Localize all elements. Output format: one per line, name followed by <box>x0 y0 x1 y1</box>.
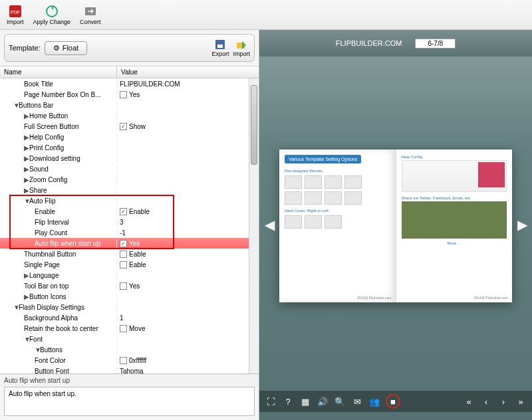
property-value[interactable]: 1 <box>117 314 259 322</box>
property-row[interactable]: ▶Language <box>0 270 259 280</box>
import-button[interactable]: PDF Import <box>4 3 27 27</box>
col-name[interactable]: Name <box>0 66 117 78</box>
thumbnails-icon[interactable]: ▦ <box>299 395 311 407</box>
property-value[interactable]: ✓Yes <box>117 240 259 247</box>
property-row[interactable]: Full Screen Button✓Show <box>0 121 259 132</box>
checkbox-icon[interactable]: ✓ <box>120 208 127 215</box>
disclosure-triangle-icon[interactable]: ▶ <box>24 293 29 300</box>
property-row[interactable]: ▶Print Config <box>0 142 259 153</box>
disclosure-triangle-icon[interactable]: ▶ <box>24 176 29 183</box>
property-name: Thumbnail Button <box>0 251 117 258</box>
property-row[interactable]: Font Color0xffffff <box>0 355 259 366</box>
zoom-icon[interactable]: 🔍 <box>334 395 346 407</box>
scrollbar-thumb[interactable] <box>251 85 257 165</box>
checkbox-icon[interactable]: ✓ <box>120 123 127 130</box>
apply-change-button[interactable]: Apply Change <box>31 3 74 27</box>
property-row[interactable]: Play Count-1 <box>0 227 259 238</box>
disclosure-triangle-icon[interactable]: ▶ <box>24 272 29 279</box>
property-name: Flip Interval <box>0 219 117 226</box>
property-row[interactable]: Single PageEable <box>0 259 259 270</box>
import-template-button[interactable]: Import <box>233 39 250 57</box>
property-row[interactable]: ▶Button Icons <box>0 291 259 302</box>
next-icon[interactable]: › <box>497 395 509 407</box>
property-row[interactable]: Button FontTahoma <box>0 366 259 373</box>
property-grid[interactable]: Book TitleFLIPBUILDER.COMPage Number Box… <box>0 78 259 373</box>
disclosure-triangle-icon[interactable]: ▶ <box>24 165 29 173</box>
property-value[interactable]: Yes <box>117 282 259 290</box>
checkbox-icon[interactable] <box>120 251 127 258</box>
property-row[interactable]: Thumbnail ButtonEable <box>0 249 259 259</box>
property-name: Book Title <box>0 80 117 88</box>
last-page-icon[interactable]: » <box>515 395 527 407</box>
disclosure-triangle-icon[interactable]: ▼ <box>13 102 19 109</box>
col-value[interactable]: Value <box>117 66 259 78</box>
prev-page-arrow[interactable]: ◀ <box>263 216 275 233</box>
property-value[interactable]: 0xffffff <box>117 357 259 364</box>
property-row[interactable]: ▼Buttons Bar <box>0 100 259 110</box>
property-row[interactable]: Background Alpha1 <box>0 312 259 323</box>
share-icon[interactable]: 👥 <box>368 395 380 407</box>
property-row[interactable]: ▶Sound <box>0 163 259 174</box>
book-preview[interactable]: Various Template Setting Options Pre-des… <box>279 150 512 302</box>
disclosure-triangle-icon[interactable]: ▶ <box>24 144 29 152</box>
property-row[interactable]: Retain the book to centerMove <box>0 323 259 334</box>
property-value[interactable]: Tahoma <box>117 368 259 374</box>
disclosure-triangle-icon[interactable]: ▶ <box>24 187 29 194</box>
sound-icon[interactable]: 🔊 <box>317 395 329 407</box>
checkbox-icon[interactable]: ✓ <box>120 240 127 247</box>
prev-icon[interactable]: ‹ <box>480 395 492 407</box>
property-row[interactable]: Page Number Box On B...Yes <box>0 89 259 100</box>
left-page-heading: Various Template Setting Options <box>285 155 361 163</box>
property-row[interactable]: ▶Help Config <box>0 132 259 142</box>
property-value[interactable]: 3 <box>117 219 259 226</box>
property-row[interactable]: ▶Home Button <box>0 110 259 121</box>
export-button[interactable]: Export <box>211 39 229 57</box>
disclosure-triangle-icon[interactable]: ▼ <box>35 346 40 354</box>
first-page-icon[interactable]: « <box>463 395 475 407</box>
property-name: ▶Zoom Config <box>0 176 117 183</box>
value-text: 3 <box>120 219 124 226</box>
property-row[interactable]: Enable✓Enable <box>0 206 259 217</box>
convert-button[interactable]: Convert <box>77 3 104 27</box>
property-row[interactable]: Tool Bar on topYes <box>0 280 259 291</box>
template-selector[interactable]: ⚙ Float <box>45 41 87 55</box>
property-name: ▶Language <box>0 272 117 279</box>
property-value[interactable]: Eable <box>117 251 259 258</box>
property-row[interactable]: ▼Auto Flip <box>0 195 259 206</box>
disclosure-triangle-icon[interactable]: ▼ <box>24 197 29 205</box>
disclosure-triangle-icon[interactable]: ▼ <box>24 336 29 343</box>
checkbox-icon[interactable] <box>120 261 127 268</box>
disclosure-triangle-icon[interactable]: ▼ <box>13 304 19 311</box>
property-row[interactable]: ▶Zoom Config <box>0 174 259 185</box>
checkbox-icon[interactable] <box>120 357 127 364</box>
property-row[interactable]: ▶Share <box>0 185 259 195</box>
property-row[interactable]: ▶Download setting <box>0 153 259 163</box>
property-row[interactable]: Book TitleFLIPBUILDER.COM <box>0 78 259 89</box>
property-value[interactable]: Move <box>117 325 259 332</box>
property-value[interactable]: Eable <box>117 261 259 268</box>
property-row[interactable]: Auto flip when start up✓Yes <box>0 238 259 249</box>
property-value[interactable]: ✓Show <box>117 123 259 130</box>
page-number-box[interactable]: 6-7/8 <box>415 39 456 49</box>
disclosure-triangle-icon[interactable]: ▶ <box>24 112 29 120</box>
scrollbar[interactable] <box>249 78 259 373</box>
checkbox-icon[interactable] <box>120 282 127 290</box>
disclosure-triangle-icon[interactable]: ▶ <box>24 134 29 141</box>
property-value[interactable]: FLIPBUILDER.COM <box>117 80 259 88</box>
checkbox-icon[interactable] <box>120 325 127 332</box>
checkbox-icon[interactable] <box>120 91 127 98</box>
property-row[interactable]: ▼Buttons <box>0 344 259 355</box>
property-row[interactable]: ▼Font <box>0 334 259 344</box>
property-row[interactable]: ▼Flash Display Settings <box>0 302 259 312</box>
property-value[interactable]: -1 <box>117 229 259 237</box>
property-value[interactable]: ✓Enable <box>117 208 259 215</box>
email-icon[interactable]: ✉ <box>351 395 363 407</box>
next-page-arrow[interactable]: ▶ <box>516 216 528 233</box>
stop-autoflip-icon[interactable]: ■ <box>386 394 400 409</box>
help-icon[interactable]: ? <box>282 395 294 407</box>
property-row[interactable]: Flip Interval3 <box>0 217 259 227</box>
property-value[interactable]: Yes <box>117 91 259 98</box>
save-icon <box>214 39 226 51</box>
disclosure-triangle-icon[interactable]: ▶ <box>24 155 29 162</box>
fullscreen-icon[interactable]: ⛶ <box>265 395 277 407</box>
